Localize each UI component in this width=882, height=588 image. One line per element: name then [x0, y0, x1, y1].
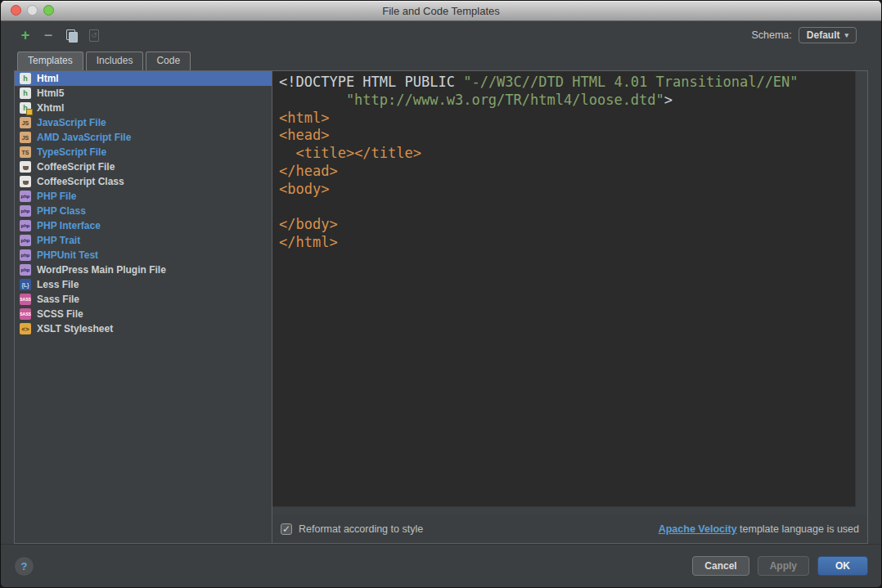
list-item-label: Html [37, 73, 59, 84]
code-line [279, 199, 856, 217]
list-item-coffeescript-file[interactable]: CoffeeScript File [15, 159, 272, 174]
copy-icon [66, 29, 76, 41]
list-item-php-file[interactable]: phpPHP File [15, 189, 272, 204]
less-file-icon: {L} [20, 279, 31, 290]
reformat-checkbox[interactable]: ✓ [281, 523, 292, 535]
add-template-button[interactable]: + [16, 26, 35, 44]
code-line: <html> [279, 110, 856, 128]
traffic-lights [11, 5, 54, 16]
list-item-php-trait[interactable]: phpPHP Trait [15, 233, 272, 248]
schema-value: Default [807, 29, 840, 41]
editor-footer: ✓ Reformat according to style Apache Vel… [272, 515, 867, 543]
list-item-label: CoffeeScript Class [37, 176, 124, 187]
scrollbar-corner [856, 507, 867, 515]
list-item-html[interactable]: hHtml [15, 71, 272, 86]
copy-template-button[interactable] [61, 26, 81, 44]
list-item-php-class[interactable]: phpPHP Class [15, 204, 272, 218]
sass-file-icon: SASS [20, 294, 31, 305]
xslt-file-icon: <> [20, 323, 31, 334]
help-button[interactable]: ? [14, 556, 34, 577]
list-item-label: Less File [37, 279, 79, 290]
php-file-icon: php [20, 235, 31, 246]
horizontal-scrollbar[interactable] [272, 506, 856, 515]
ts-file-icon: TS [20, 146, 31, 158]
close-icon[interactable] [11, 5, 21, 16]
list-item-sass-file[interactable]: SASSSass File [15, 292, 272, 307]
list-item-typescript-file[interactable]: TSTypeScript File [15, 145, 272, 159]
velocity-note-text: template language is used [737, 523, 859, 535]
list-item-scss-file[interactable]: SASSSCSS File [15, 307, 272, 321]
code-line: <!DOCTYPE HTML PUBLIC "-//W3C//DTD HTML … [279, 74, 856, 92]
minus-icon: − [44, 28, 53, 43]
sass-file-icon: SASS [20, 308, 31, 320]
html-file-icon: h [20, 73, 31, 84]
remove-template-button[interactable]: − [38, 26, 58, 44]
list-item-amd-javascript-file[interactable]: JSAMD JavaScript File [15, 130, 272, 145]
list-item-less-file[interactable]: {L}Less File [15, 277, 272, 292]
code-line: <head> [279, 127, 856, 145]
zoom-icon[interactable] [43, 5, 54, 16]
js-file-icon: JS [20, 117, 31, 128]
tab-code[interactable]: Code [146, 52, 191, 70]
revert-template-button[interactable]: ↺ [84, 26, 104, 44]
code-line: </body> [279, 216, 856, 234]
php-file-icon: php [20, 264, 31, 276]
list-item-label: TypeScript File [37, 146, 106, 158]
editor-area: <!DOCTYPE HTML PUBLIC "-//W3C//DTD HTML … [272, 71, 867, 515]
list-item-label: Html5 [37, 88, 64, 99]
list-item-label: PHP Interface [37, 220, 101, 231]
code-line: "http://www.w3.org/TR/html4/loose.dtd"> [279, 92, 856, 110]
coffee-file-icon [20, 176, 31, 187]
titlebar[interactable]: File and Code Templates [1, 1, 881, 21]
list-item-label: AMD JavaScript File [37, 132, 131, 143]
content-area: hHtmlhHtml5hXhtmlJSJavaScript FileJSAMD … [14, 70, 868, 544]
list-item-xhtml[interactable]: hXhtml [15, 101, 272, 115]
button-bar: ? Cancel Apply OK [1, 544, 881, 587]
apply-button[interactable]: Apply [758, 556, 809, 576]
plus-icon: + [21, 28, 30, 43]
list-item-label: XSLT Stylesheet [37, 323, 113, 334]
cancel-button[interactable]: Cancel [692, 556, 749, 576]
code-line: </html> [279, 234, 856, 252]
php-file-icon: php [20, 205, 31, 217]
vertical-scrollbar[interactable] [855, 71, 867, 507]
template-list[interactable]: hHtmlhHtml5hXhtmlJSJavaScript FileJSAMD … [15, 71, 272, 543]
list-item-xslt-stylesheet[interactable]: <>XSLT Stylesheet [15, 321, 272, 336]
revert-icon: ↺ [89, 29, 99, 42]
apache-velocity-link[interactable]: Apache Velocity [659, 523, 737, 535]
chevron-down-icon: ▾ [844, 31, 848, 39]
list-item-html5[interactable]: hHtml5 [15, 86, 272, 101]
tab-includes[interactable]: Includes [86, 52, 144, 70]
list-item-wordpress-main-plugin-file[interactable]: phpWordPress Main Plugin File [15, 263, 272, 277]
file-and-code-templates-dialog: File and Code Templates + − ↺ Schema: De… [0, 0, 882, 588]
ok-button[interactable]: OK [817, 556, 868, 576]
list-item-label: PHP File [37, 191, 76, 202]
code-editor[interactable]: <!DOCTYPE HTML PUBLIC "-//W3C//DTD HTML … [272, 71, 856, 507]
code-line: </head> [279, 163, 856, 181]
tab-templates[interactable]: Templates [17, 52, 83, 70]
list-item-coffeescript-class[interactable]: CoffeeScript Class [15, 174, 272, 189]
list-item-label: Sass File [37, 294, 79, 305]
php-file-icon: php [20, 220, 31, 231]
tab-bar: TemplatesIncludesCode [1, 49, 881, 70]
xhtml-file-icon: h [20, 102, 31, 114]
toolbar: + − ↺ Schema: Default ▾ [1, 21, 881, 49]
list-item-phpunit-test[interactable]: phpPHPUnit Test [15, 248, 272, 263]
velocity-note: Apache Velocity template language is use… [659, 523, 859, 535]
window-title: File and Code Templates [382, 5, 500, 17]
list-item-php-interface[interactable]: phpPHP Interface [15, 218, 272, 233]
js-file-icon: JS [20, 132, 31, 143]
list-item-label: WordPress Main Plugin File [37, 264, 166, 276]
list-item-label: SCSS File [37, 308, 83, 320]
list-item-javascript-file[interactable]: JSJavaScript File [15, 115, 272, 130]
php-file-icon: php [20, 249, 31, 261]
list-item-label: JavaScript File [37, 117, 106, 128]
list-item-label: PHP Class [37, 205, 86, 217]
php-file-icon: php [20, 191, 31, 202]
minimize-icon [27, 5, 38, 16]
list-item-label: CoffeeScript File [37, 161, 115, 173]
reformat-label[interactable]: Reformat according to style [299, 523, 423, 535]
code-line: <title></title> [279, 145, 856, 163]
code-line: <body> [279, 181, 856, 199]
schema-dropdown[interactable]: Default ▾ [799, 27, 857, 43]
